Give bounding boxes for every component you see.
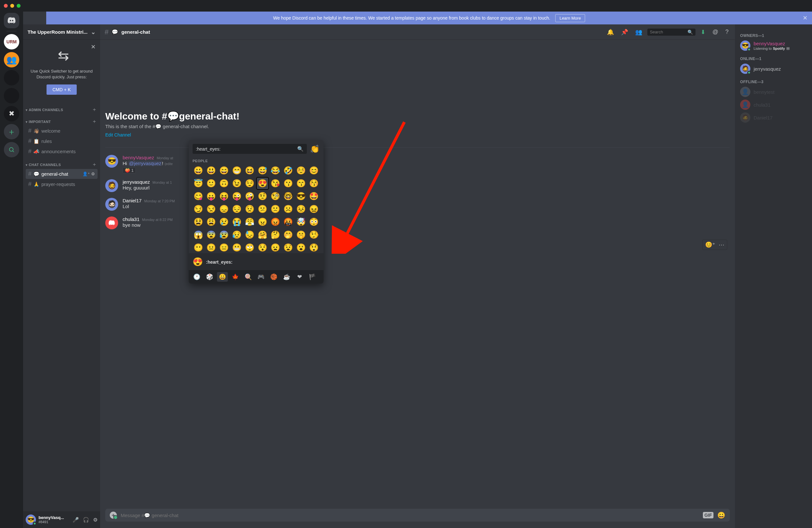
emoji-cell[interactable]: 😐: [205, 242, 217, 253]
emoji-cell[interactable]: 😣: [295, 203, 307, 215]
emoji-tab[interactable]: 🍁: [230, 272, 241, 282]
skin-tone-button[interactable]: 👏: [310, 144, 320, 154]
channel-category[interactable]: ▾ADMIN CHANNELS＋: [23, 102, 100, 114]
help-icon[interactable]: ?: [723, 29, 730, 35]
emoji-cell[interactable]: 😖: [308, 203, 320, 215]
emoji-cell[interactable]: 🤩: [308, 190, 320, 202]
emoji-button[interactable]: 😀: [717, 511, 725, 519]
emoji-tab[interactable]: 🏀: [268, 272, 279, 282]
emoji-cell[interactable]: 🤨: [257, 190, 268, 202]
emoji-cell[interactable]: 😊: [308, 165, 320, 176]
emoji-tab[interactable]: 🕐: [191, 272, 202, 282]
server-item-3[interactable]: [4, 70, 19, 85]
channel-item[interactable]: #👋🏽welcome: [26, 126, 98, 136]
mention[interactable]: @jerryvasquez: [128, 160, 162, 166]
composer-input[interactable]: [121, 513, 699, 518]
emoji-cell[interactable]: 😧: [282, 242, 294, 253]
emoji-cell[interactable]: 🙄: [244, 242, 256, 253]
emoji-cell[interactable]: 😎: [295, 190, 307, 202]
add-channel-icon[interactable]: ＋: [92, 161, 97, 168]
emoji-cell[interactable]: 😠: [257, 216, 268, 228]
gif-button[interactable]: GIF: [703, 512, 713, 518]
emoji-cell[interactable]: 😋: [192, 190, 204, 202]
emoji-cell[interactable]: 😟: [244, 203, 256, 215]
emoji-cell[interactable]: 😄: [218, 165, 230, 176]
emoji-cell[interactable]: 🙁: [270, 203, 281, 215]
emoji-cell[interactable]: 😝: [218, 190, 230, 202]
emoji-cell[interactable]: 😁: [231, 165, 243, 176]
emoji-cell[interactable]: 😥: [231, 229, 243, 241]
emoji-cell[interactable]: 😏: [192, 203, 204, 215]
mentions-icon[interactable]: @: [711, 29, 720, 35]
emoji-cell[interactable]: 😫: [192, 216, 204, 228]
emoji-cell[interactable]: 😓: [244, 229, 256, 241]
emoji-cell[interactable]: 😨: [205, 229, 217, 241]
notifications-icon[interactable]: 🔔: [605, 29, 616, 35]
message-author[interactable]: bennyVasquez: [122, 155, 154, 160]
settings-icon[interactable]: ⚙: [93, 517, 98, 523]
member-offline-0[interactable]: 👤 bennytest: [738, 85, 809, 98]
emoji-cell[interactable]: 🤯: [295, 216, 307, 228]
emoji-tab[interactable]: 🏴: [307, 272, 318, 282]
emoji-cell[interactable]: 😅: [257, 165, 268, 176]
gear-icon[interactable]: ⚙: [91, 171, 95, 176]
emoji-cell[interactable]: ☺️: [295, 165, 307, 176]
add-channel-icon[interactable]: ＋: [92, 118, 97, 125]
emoji-cell[interactable]: 🤥: [308, 229, 320, 241]
emoji-tab[interactable]: 😀: [217, 272, 228, 282]
close-traffic-light[interactable]: [4, 4, 8, 8]
emoji-cell[interactable]: 🙃: [218, 177, 230, 189]
emoji-tab[interactable]: 🍭: [243, 272, 253, 282]
emoji-cell[interactable]: 🤪: [244, 190, 256, 202]
emoji-tab[interactable]: 🎮: [256, 272, 266, 282]
home-button[interactable]: [4, 13, 19, 28]
mute-icon[interactable]: 🎤: [73, 517, 79, 523]
emoji-cell[interactable]: 😱: [192, 229, 204, 241]
channel-item[interactable]: #💬general-chat👤⁺⚙: [26, 169, 98, 179]
search-input[interactable]: [650, 30, 687, 34]
emoji-cell[interactable]: 😂: [270, 165, 281, 176]
members-toggle-icon[interactable]: 👥: [633, 29, 644, 35]
emoji-cell[interactable]: 😀: [192, 165, 204, 176]
avatar[interactable]: 🧔: [105, 179, 118, 192]
member-owner[interactable]: 😎 bennyVasquez Listening to Spotify ▤: [738, 39, 809, 52]
emoji-cell[interactable]: 😭: [231, 216, 243, 228]
emoji-cell[interactable]: 😕: [257, 203, 268, 215]
pinned-icon[interactable]: 📌: [619, 29, 630, 35]
emoji-cell[interactable]: 😑: [218, 242, 230, 253]
quick-switcher-button[interactable]: CMD + K: [46, 84, 76, 95]
emoji-tab[interactable]: 🎲: [204, 272, 215, 282]
emoji-tab[interactable]: ❤: [294, 272, 305, 282]
avatar[interactable]: [105, 216, 118, 229]
emoji-cell[interactable]: 😰: [218, 229, 230, 241]
emoji-cell[interactable]: 🙂: [205, 177, 217, 189]
add-reaction-icon[interactable]: 😊⁺: [705, 241, 715, 248]
message-author[interactable]: chula31: [122, 216, 140, 222]
emoji-cell[interactable]: 😉: [231, 177, 243, 189]
server-urm[interactable]: URM: [4, 34, 19, 49]
emoji-cell[interactable]: 🤫: [295, 229, 307, 241]
emoji-cell[interactable]: 😇: [192, 177, 204, 189]
emoji-cell[interactable]: 😜: [231, 190, 243, 202]
server-item-5[interactable]: ✖: [4, 106, 19, 122]
emoji-cell[interactable]: 😢: [218, 216, 230, 228]
emoji-cell[interactable]: 🤗: [257, 229, 268, 241]
quick-switcher-close-icon[interactable]: ✕: [91, 43, 96, 51]
emoji-cell[interactable]: 😲: [308, 242, 320, 253]
emoji-cell[interactable]: 😌: [244, 177, 256, 189]
emoji-cell[interactable]: 😯: [257, 242, 268, 253]
explore-button[interactable]: [4, 142, 19, 157]
emoji-cell[interactable]: 😔: [231, 203, 243, 215]
message-author[interactable]: Daniel17: [122, 198, 142, 203]
channel-category[interactable]: ▾CHAT CHANNELS＋: [23, 157, 100, 169]
reaction[interactable]: 🍑1: [122, 167, 136, 173]
download-icon[interactable]: ⬇: [699, 29, 707, 35]
member-offline-1[interactable]: 👤 chula31: [738, 98, 809, 111]
emoji-cell[interactable]: 😞: [218, 203, 230, 215]
channel-item[interactable]: #🙏prayer-requests: [26, 179, 98, 189]
emoji-cell[interactable]: 😡: [270, 216, 281, 228]
zoom-traffic-light[interactable]: [17, 4, 20, 8]
member-offline-2[interactable]: 🧔 Daniel17: [738, 111, 809, 124]
server-cpanel[interactable]: 👥: [4, 52, 19, 68]
channel-item[interactable]: #📋rules: [26, 136, 98, 146]
